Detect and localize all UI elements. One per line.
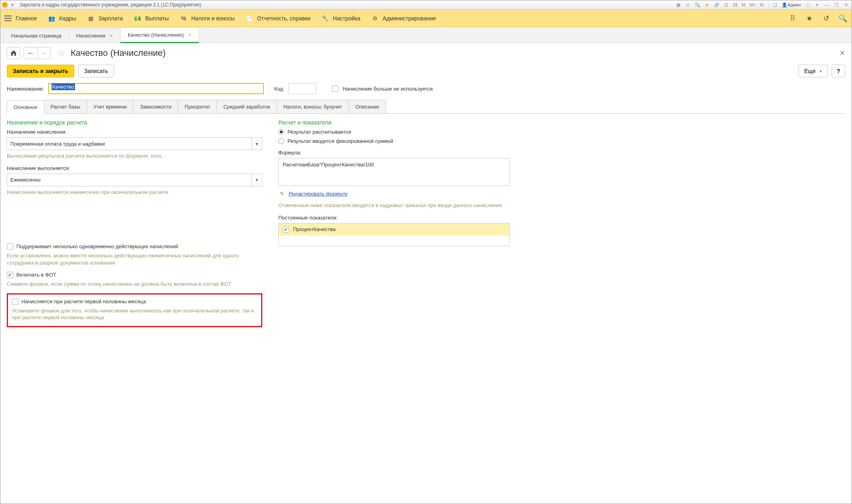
tb-info-icon[interactable]: ⓘ <box>804 2 812 8</box>
help-button[interactable]: ? <box>832 65 845 77</box>
indicator-row[interactable]: ✔ ПроцентКачества <box>279 223 509 235</box>
formula-input[interactable]: РасчетнаяБаза*ПроцентКачества/100 <box>278 158 510 186</box>
code-input[interactable] <box>288 83 316 94</box>
more-button[interactable]: Еще <box>799 65 828 77</box>
tb-mplus-button[interactable]: M+ <box>748 2 757 8</box>
firsthalf-checkbox-label: Начисляется при расчете первой половины … <box>22 298 146 304</box>
tb-link-icon[interactable]: 🔗 <box>713 2 721 8</box>
inner-tab-deps[interactable]: Зависимости <box>133 100 178 113</box>
tb-m-button[interactable]: M <box>741 2 747 8</box>
tab-close-icon[interactable]: ✕ <box>109 33 113 38</box>
inner-tab-main[interactable]: Основное <box>7 100 44 114</box>
menu-item-hr[interactable]: 👥 Кадры <box>48 15 76 22</box>
tab-start-page[interactable]: Начальная страница <box>4 28 69 43</box>
tb-mminus-button[interactable]: M- <box>759 2 766 8</box>
tb-info-dd[interactable]: ▾ <box>813 2 821 8</box>
name-input[interactable]: Качество <box>48 83 264 94</box>
content-area: 🡐 🡒 ☆ Качество (Начисление) ✕ Записать и… <box>0 43 852 504</box>
formula-value: РасчетнаяБаза*ПроцентКачества/100 <box>283 162 374 168</box>
name-label: Наименование: <box>7 86 44 92</box>
window-close-button[interactable]: ✕ <box>842 2 850 8</box>
inner-tab-time[interactable]: Учет времени <box>87 100 133 113</box>
menu-item-reports[interactable]: 📄 Отчетность, справки <box>246 15 311 22</box>
result-fixed-radio-label: Результат вводится фиксированной суммой <box>287 138 393 144</box>
inner-tab-avg[interactable]: Средний заработок <box>216 100 277 113</box>
fot-checkbox[interactable]: ✔ <box>7 272 13 278</box>
indicators-hint: Отмеченные ниже показатели вводятся в ка… <box>278 202 534 209</box>
nav-back-button[interactable]: 🡐 <box>24 47 37 59</box>
app-icon <box>2 2 8 8</box>
home-icon <box>10 50 17 56</box>
inner-tabs: Основное Расчет базы Учет времени Зависи… <box>7 100 845 114</box>
save-and-close-button[interactable]: Записать и закрыть <box>7 65 74 77</box>
save-button[interactable]: Записать <box>78 65 114 77</box>
tab-accruals[interactable]: Начисления ✕ <box>69 28 121 43</box>
result-calc-radio[interactable] <box>278 129 284 135</box>
table-icon: ▦ <box>87 15 94 22</box>
firsthalf-hint: Установите флажок для того, чтобы начисл… <box>12 307 257 321</box>
tb-calendar-icon[interactable]: ☷ <box>722 2 730 8</box>
section-calc: Расчет и показатели <box>278 119 534 126</box>
menu-item-label: Администрирование <box>383 15 436 22</box>
perform-label: Начисление выполняется: <box>7 165 262 171</box>
indicators-list: ✔ ПроцентКачества <box>278 223 510 246</box>
tb-favorite-icon[interactable]: ★ <box>703 2 711 8</box>
left-column: Назначение и порядок расчета Назначение … <box>7 119 262 327</box>
menu-item-salary[interactable]: ▦ Зарплата <box>87 15 123 22</box>
nav-forward-button[interactable]: 🡒 <box>37 47 51 59</box>
tb-user-icon[interactable]: 👤 Админ <box>781 2 802 8</box>
menu-item-settings[interactable]: 🔧 Настройка <box>322 15 361 22</box>
section-purpose: Назначение и порядок расчета <box>7 119 262 126</box>
app-window: ▾ Зарплата и кадры государственного учре… <box>0 0 852 504</box>
wrench-icon: 🔧 <box>322 15 329 22</box>
multiple-checkbox[interactable] <box>7 243 13 250</box>
tb-panel-icon[interactable]: ❏ <box>771 2 779 8</box>
chevron-down-icon[interactable]: ▾ <box>252 174 262 186</box>
menu-item-admin[interactable]: ⚙ Администрирование <box>372 15 436 22</box>
apps-icon[interactable]: ⠿ <box>788 14 797 23</box>
tb-print-icon[interactable]: ⎙ <box>684 2 692 8</box>
chevron-down-icon[interactable]: ▾ <box>252 138 262 150</box>
history-icon[interactable]: ↺ <box>821 14 831 23</box>
menu-item-label: Выплаты <box>145 15 169 22</box>
search-icon[interactable]: 🔍 <box>838 14 848 23</box>
tab-quality-accrual[interactable]: Качество (Начисление) ✕ <box>120 27 199 43</box>
menu-item-label: Налоги и взносы <box>191 15 235 22</box>
menu-item-label: Главное <box>16 15 37 22</box>
menu-item-main[interactable]: Главное <box>4 15 37 22</box>
nav-home-button[interactable] <box>7 47 20 59</box>
indicator-name: ПроцентКачества <box>293 226 335 232</box>
menu-item-label: Отчетность, справки <box>257 15 311 22</box>
tab-close-icon[interactable]: ✕ <box>188 32 192 38</box>
tb-search-icon[interactable]: 🔍 <box>693 2 701 8</box>
menu-item-taxes[interactable]: % Налоги и взносы <box>180 15 235 22</box>
menu-item-label: Зарплата <box>98 15 123 22</box>
window-minimize-button[interactable]: — <box>823 2 831 8</box>
inner-tab-taxes[interactable]: Налоги, взносы, бухучет <box>277 100 349 113</box>
perform-dropdown[interactable]: Ежемесячно ▾ <box>7 174 262 186</box>
menu-item-label: Кадры <box>59 15 76 22</box>
page-close-button[interactable]: ✕ <box>839 49 845 57</box>
result-calc-radio-label: Результат рассчитывается <box>287 129 351 135</box>
disabled-checkbox[interactable] <box>332 85 339 92</box>
menu-item-payments[interactable]: 💵 Выплаты <box>134 15 169 22</box>
window-restore-button[interactable]: ❐ <box>832 2 840 8</box>
inner-tab-desc[interactable]: Описание <box>349 100 386 113</box>
tb-icon-1[interactable]: ▦ <box>674 2 682 8</box>
tb-calendar-31-icon[interactable]: 31 <box>732 2 739 8</box>
perform-dropdown-value: Ежемесячно <box>7 177 252 183</box>
inner-tab-priority[interactable]: Приоритет <box>178 100 217 113</box>
people-icon: 👥 <box>48 15 55 22</box>
edit-formula-link[interactable]: Редактировать формулу <box>289 191 348 197</box>
firsthalf-checkbox[interactable] <box>12 298 18 305</box>
title-bar: ▾ Зарплата и кадры государственного учре… <box>0 0 852 10</box>
result-fixed-radio[interactable] <box>278 138 284 144</box>
app-menu-dropdown[interactable]: ▾ <box>10 2 15 7</box>
tab-label: Начисления <box>76 33 105 39</box>
star-icon[interactable]: ★ <box>804 14 814 23</box>
indicator-checkbox[interactable]: ✔ <box>283 226 289 233</box>
favorite-star-icon[interactable]: ☆ <box>58 48 65 58</box>
assign-dropdown[interactable]: Повременная оплата труда и надбавки ▾ <box>7 137 262 150</box>
fot-checkbox-label: Включать в ФОТ <box>16 272 56 278</box>
inner-tab-base[interactable]: Расчет базы <box>44 100 87 113</box>
